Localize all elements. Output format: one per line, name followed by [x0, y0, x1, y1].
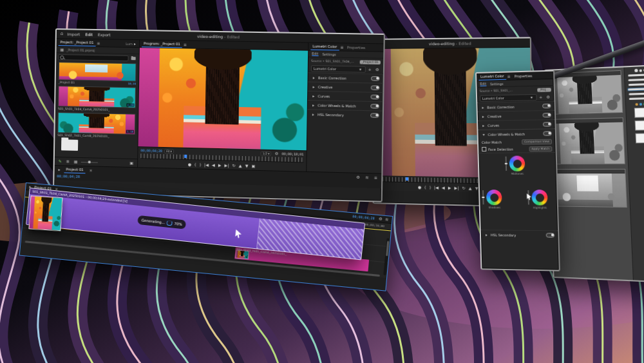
playhead[interactable] — [406, 177, 408, 181]
storyboard-frame-3[interactable] — [552, 169, 627, 208]
toggle[interactable] — [542, 103, 551, 108]
waveform-icon[interactable]: ≋ — [364, 175, 370, 179]
highlights-wheel[interactable]: Highlights — [531, 190, 547, 210]
go-to-out-button[interactable]: ▶| — [455, 186, 459, 190]
toggle[interactable] — [543, 131, 552, 136]
project-item-clip-2[interactable]: 1;18 S01_Sh02_Tk01_CamB_20250101_ — [55, 112, 138, 140]
brush-preset[interactable] — [628, 79, 644, 81]
in-point-button[interactable]: ( — [424, 185, 426, 189]
out-point-button[interactable]: ) — [200, 162, 201, 166]
tab-properties[interactable]: Properties — [512, 74, 533, 78]
in-point-button[interactable]: ( — [194, 162, 196, 166]
playback-resolution-dropdown[interactable]: 1/2▾ — [260, 151, 271, 156]
grid-icon[interactable]: ▦ — [59, 48, 65, 52]
toggle[interactable] — [543, 122, 552, 127]
out-point-button[interactable]: ) — [430, 185, 431, 189]
gear-icon[interactable]: ⚙ — [374, 67, 381, 71]
toggle[interactable] — [370, 104, 379, 109]
layer-thumbnail[interactable] — [635, 133, 644, 143]
face-detection-checkbox[interactable] — [482, 147, 486, 152]
settings-wrench-icon[interactable]: ⚙ — [274, 152, 280, 155]
play-button[interactable]: ▶ — [218, 163, 222, 167]
tab-program[interactable]: Program: _Project 01 — [142, 40, 182, 48]
tab-lumetri-truncated[interactable]: Lum — [126, 41, 133, 45]
menu-export[interactable]: Export — [95, 32, 113, 37]
preset-dropdown[interactable]: Lumetri Color ▾ — [311, 65, 366, 73]
bin-folder-icon[interactable] — [61, 139, 78, 151]
toggle[interactable] — [371, 76, 380, 81]
tab-project[interactable]: Project: _Project 01 — [59, 39, 96, 46]
search-input[interactable] — [58, 54, 128, 61]
toggle[interactable] — [370, 94, 379, 99]
tab-lumetri-color[interactable]: Lumetri Color — [310, 43, 339, 51]
grid-view-icon[interactable]: ▦ — [73, 160, 79, 164]
toggle[interactable] — [371, 85, 380, 90]
lift-button[interactable]: ▲ — [239, 164, 242, 168]
preset-dropdown[interactable]: Lumetri Color ▾ — [480, 93, 536, 101]
midtones-wheel[interactable]: Midtones — [509, 155, 526, 175]
thumbnail-size-slider[interactable] — [80, 162, 97, 163]
tab-settings[interactable]: Settings — [322, 52, 336, 56]
gear-icon[interactable]: ⚙ — [377, 217, 384, 221]
step-back-button[interactable]: ◀ — [212, 163, 215, 167]
marker-button[interactable]: ● — [418, 185, 421, 189]
toggle[interactable] — [370, 113, 379, 118]
loop-button[interactable]: ↻ — [462, 186, 465, 190]
go-to-out-button[interactable]: ▶| — [225, 163, 229, 167]
brush-preset[interactable] — [628, 74, 644, 76]
section-hsl-secondary[interactable]: ▸ HSL Secondary — [481, 230, 558, 239]
step-back-button[interactable]: ◀ — [442, 186, 445, 190]
waveform-icon[interactable]: ≋ — [384, 217, 390, 222]
tab-edit[interactable]: Edit — [480, 82, 486, 86]
new-item-icon[interactable]: ▣ — [128, 161, 135, 165]
go-to-in-button[interactable]: |◀ — [434, 185, 439, 189]
comparison-view-button[interactable]: Comparison View — [522, 139, 552, 144]
sequence-chip[interactable]: _Proj… — [537, 88, 551, 92]
brush-size-dots[interactable] — [627, 68, 644, 72]
panel-menu-icon[interactable]: ≡ — [339, 45, 345, 49]
brush-preset-selected[interactable] — [627, 87, 644, 92]
section-color-wheels[interactable]: ▾ Color Wheels & Match — [478, 128, 555, 139]
list-view-icon[interactable]: ≣ — [65, 159, 71, 163]
menu-edit[interactable]: Edit — [82, 32, 95, 37]
marker-button[interactable]: ● — [188, 162, 191, 166]
export-frame-button[interactable]: ▣ — [251, 164, 255, 168]
add-preset-icon[interactable]: + — [538, 95, 544, 99]
tab-timeline[interactable]: Project 01 — [64, 166, 85, 173]
panel-menu-icon[interactable]: ≡ — [182, 43, 188, 46]
panel-menu-icon[interactable]: ≡ — [95, 41, 101, 45]
pencil-icon[interactable]: ✎ — [57, 159, 63, 163]
home-icon[interactable]: ⌂ — [59, 32, 65, 36]
apply-match-button[interactable]: Apply Match — [529, 146, 552, 151]
extract-button[interactable]: ▼ — [475, 186, 478, 190]
shadows-wheel[interactable]: Shadows — [486, 190, 502, 209]
zoom-level-dropdown[interactable]: Fit▾ — [164, 149, 174, 153]
toggle[interactable] — [546, 233, 555, 238]
shadows-slider[interactable] — [482, 190, 484, 204]
brush-preset[interactable] — [629, 83, 644, 86]
toggle[interactable] — [542, 113, 551, 118]
panel-footer-icons[interactable] — [636, 276, 644, 279]
close-icon[interactable]: × — [88, 168, 94, 172]
lift-button[interactable]: ▲ — [469, 186, 472, 190]
project-item-clip-1[interactable]: 4;28 S01_Sh01_Tk04_CamA_20250101_ — [55, 85, 138, 113]
layer-thumbnail[interactable] — [635, 120, 644, 130]
menu-icon[interactable]: ≡ — [373, 175, 379, 179]
play-button[interactable]: ▶ — [448, 186, 451, 190]
extract-button[interactable]: ▼ — [245, 164, 249, 168]
tab-settings[interactable]: Settings — [490, 81, 504, 86]
gear-icon[interactable]: ⚙ — [545, 95, 551, 99]
brush-preset[interactable] — [629, 93, 644, 95]
brush-preset[interactable] — [629, 97, 644, 100]
storyboard-frame-2[interactable] — [550, 117, 625, 164]
chevron-right-icon[interactable]: ▸ — [57, 168, 62, 172]
tab-edit[interactable]: Edit — [312, 52, 318, 56]
menu-import[interactable]: Import — [64, 32, 82, 36]
section-hsl-secondary[interactable]: ▸ HSL Secondary — [308, 109, 383, 120]
folder-icon[interactable] — [131, 57, 136, 60]
gear-icon[interactable]: ⚙ — [355, 175, 361, 179]
project-item-bin[interactable]: _Project 0118;20 — [56, 61, 139, 87]
midtones-slider[interactable] — [506, 157, 507, 171]
tab-lumetri-color[interactable]: Lumetri Color — [478, 73, 506, 81]
go-to-in-button[interactable]: |◀ — [204, 162, 209, 166]
